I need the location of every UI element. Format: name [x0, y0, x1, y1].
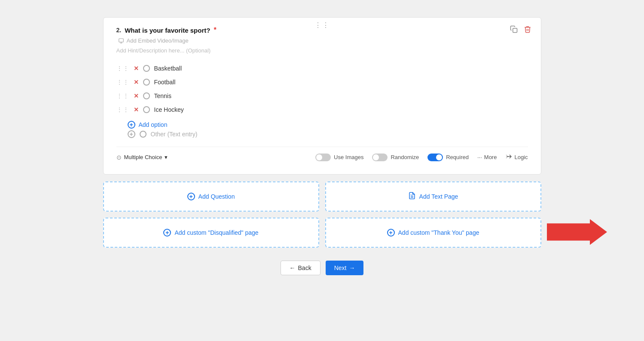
option-radio-3[interactable]: [143, 92, 150, 99]
add-disqualified-box[interactable]: + Add custom "Disqualified" page: [103, 218, 319, 248]
hint-input[interactable]: Add Hint/Description here... (Optional): [116, 47, 528, 54]
more-label: More: [484, 154, 497, 160]
action-areas: + Add Question Add Text Page: [103, 181, 541, 248]
option-drag-4[interactable]: ⋮⋮: [116, 106, 129, 113]
option-delete-3[interactable]: ✕: [134, 92, 139, 99]
page-wrapper: ⋮⋮: [0, 9, 644, 341]
use-images-toggle[interactable]: [315, 154, 331, 161]
logic-button[interactable]: Logic: [505, 153, 528, 161]
logic-icon: [505, 153, 512, 161]
add-option-icon: +: [128, 121, 135, 129]
question-type-selector[interactable]: ⊙ Multiple Choice ▾: [116, 154, 168, 161]
next-arrow-icon: →: [349, 264, 355, 271]
drag-handle-top[interactable]: ⋮⋮: [314, 21, 330, 29]
option-row: ⋮⋮ ✕ Basketball: [116, 62, 528, 74]
add-thank-you-icon: +: [387, 229, 395, 237]
red-arrow-container: [547, 219, 607, 246]
delete-icon: [524, 27, 531, 34]
required-label: Required: [446, 154, 469, 160]
add-option-label: Add option: [139, 121, 168, 128]
card-actions: [509, 25, 532, 36]
question-type-label: Multiple Choice: [124, 154, 162, 160]
option-radio-2[interactable]: [143, 79, 150, 86]
back-label: Back: [298, 264, 311, 271]
other-radio: [140, 131, 147, 138]
other-option-label: Other (Text entry): [151, 131, 198, 138]
back-arrow-icon: ←: [290, 264, 296, 271]
next-label: Next: [334, 264, 347, 271]
required-toggle[interactable]: [427, 154, 443, 161]
add-disqualified-icon: +: [163, 229, 171, 237]
copy-icon: [510, 27, 518, 34]
option-drag-1[interactable]: ⋮⋮: [116, 65, 129, 72]
chevron-down-icon: ▾: [165, 154, 168, 160]
copy-button[interactable]: [509, 25, 519, 36]
randomize-toggle[interactable]: [372, 154, 388, 161]
option-row: ⋮⋮ ✕ Tennis: [116, 90, 528, 102]
option-drag-2[interactable]: ⋮⋮: [116, 79, 129, 86]
add-option-row[interactable]: + Add option: [128, 121, 528, 129]
add-disqualified-label: Add custom "Disqualified" page: [174, 229, 258, 236]
other-option-row[interactable]: + Other (Text entry): [128, 130, 528, 138]
question-title: What is your favorite sport?: [125, 27, 210, 34]
embed-video-link[interactable]: Add Embed Video/Image: [118, 37, 528, 44]
question-footer: ⊙ Multiple Choice ▾ Use Images Randomize…: [116, 147, 528, 161]
add-thank-you-box[interactable]: + Add custom "Thank You" page: [325, 218, 541, 248]
randomize-toggle-group: Randomize: [372, 154, 419, 161]
option-label-1: Basketball: [154, 65, 182, 72]
embed-video-label: Add Embed Video/Image: [127, 37, 189, 44]
action-row-2: + Add custom "Disqualified" page + Add c…: [103, 218, 541, 248]
add-thank-you-label: Add custom "Thank You" page: [398, 229, 479, 236]
svg-marker-4: [547, 219, 607, 245]
svg-rect-1: [119, 38, 123, 42]
option-label-2: Football: [154, 79, 176, 86]
option-delete-4[interactable]: ✕: [134, 106, 139, 113]
add-text-page-box[interactable]: Add Text Page: [325, 181, 541, 212]
randomize-label: Randomize: [391, 154, 419, 160]
add-question-box[interactable]: + Add Question: [103, 181, 319, 212]
delete-button[interactable]: [523, 25, 532, 36]
type-icon: ⊙: [116, 154, 122, 161]
option-delete-1[interactable]: ✕: [134, 65, 139, 72]
more-dots-icon: ···: [477, 154, 482, 160]
add-question-label: Add Question: [198, 193, 235, 200]
question-number: 2.: [116, 27, 122, 34]
nav-footer: ← Back Next →: [103, 261, 541, 275]
options-list: ⋮⋮ ✕ Basketball ⋮⋮ ✕ Football ⋮⋮ ✕ Tenni…: [116, 62, 528, 116]
footer-right: Use Images Randomize Required ··· More: [315, 153, 528, 161]
back-button[interactable]: ← Back: [281, 261, 320, 275]
question-card: ⋮⋮: [103, 17, 541, 175]
option-delete-2[interactable]: ✕: [134, 79, 139, 86]
embed-icon: [118, 38, 124, 44]
use-images-label: Use Images: [334, 154, 363, 160]
more-button[interactable]: ··· More: [477, 154, 497, 160]
required-star: *: [214, 26, 216, 34]
add-question-icon: +: [187, 193, 195, 200]
option-label-4: Ice Hockey: [154, 106, 184, 113]
add-text-page-icon: [408, 192, 416, 201]
other-add-icon: +: [128, 130, 135, 138]
option-radio-1[interactable]: [143, 65, 150, 72]
option-row: ⋮⋮ ✕ Ice Hockey: [116, 104, 528, 116]
next-button[interactable]: Next →: [326, 261, 364, 275]
use-images-toggle-group: Use Images: [315, 154, 363, 161]
option-drag-3[interactable]: ⋮⋮: [116, 92, 129, 99]
option-radio-4[interactable]: [143, 106, 150, 113]
red-arrow-svg: [547, 219, 607, 245]
required-toggle-group: Required: [427, 154, 469, 161]
logic-label: Logic: [514, 154, 528, 160]
svg-rect-0: [513, 28, 517, 33]
option-label-3: Tennis: [154, 92, 171, 99]
action-row-1: + Add Question Add Text Page: [103, 181, 541, 212]
option-row: ⋮⋮ ✕ Football: [116, 76, 528, 88]
add-text-page-label: Add Text Page: [419, 193, 458, 200]
